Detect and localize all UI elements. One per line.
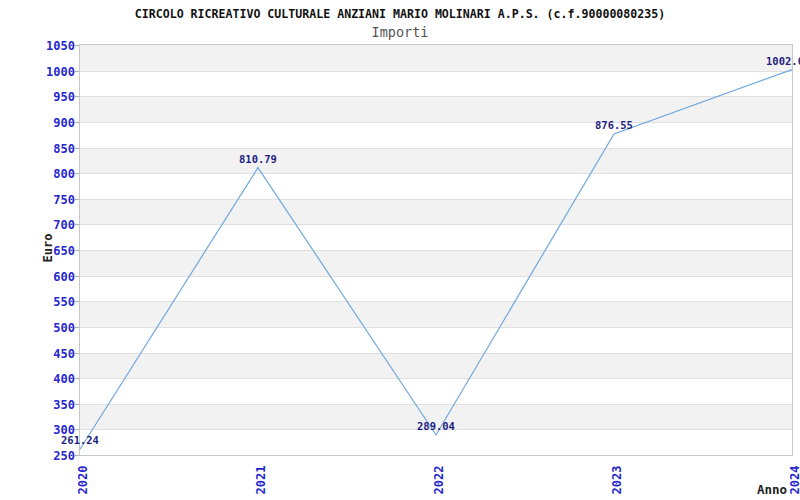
y-tick-label: 750 [28,193,75,207]
x-axis-title: Anno [757,482,787,497]
chart-title: CIRCOLO RICREATIVO CULTURALE ANZIANI MAR… [0,7,800,21]
y-tick-mark [75,327,79,328]
y-tick-label: 250 [28,449,75,463]
line-series [80,45,792,455]
x-tick-label: 2024 [788,466,800,495]
y-tick-label: 950 [28,90,75,104]
plot-area [79,44,793,456]
x-tick-label: 2023 [610,466,624,495]
y-tick-label: 700 [28,218,75,232]
y-tick-label: 500 [28,321,75,335]
x-tick-label: 2021 [254,466,268,495]
y-tick-label: 400 [28,372,75,386]
point-label: 1002.0 [766,55,800,68]
point-label: 810.79 [239,153,277,166]
point-label: 261.24 [61,434,99,447]
y-tick-mark [75,148,79,149]
y-tick-label: 1000 [28,65,75,79]
data-line [80,70,792,450]
y-tick-label: 600 [28,270,75,284]
y-tick-mark [75,96,79,97]
y-tick-mark [75,122,79,123]
point-label: 289.04 [417,420,455,433]
y-tick-label: 1050 [28,39,75,53]
y-tick-mark [75,378,79,379]
y-tick-mark [75,199,79,200]
y-tick-label: 850 [28,142,75,156]
y-tick-label: 900 [28,116,75,130]
x-tick-label: 2020 [76,466,90,495]
y-tick-mark [75,455,79,456]
y-tick-mark [75,45,79,46]
point-label: 876.55 [595,119,633,132]
chart: CIRCOLO RICREATIVO CULTURALE ANZIANI MAR… [0,0,800,500]
y-tick-mark [75,404,79,405]
x-tick-label: 2022 [432,466,446,495]
y-tick-label: 550 [28,295,75,309]
y-tick-label: 650 [28,244,75,258]
y-tick-label: 800 [28,167,75,181]
y-tick-mark [75,301,79,302]
y-tick-mark [75,250,79,251]
y-tick-mark [75,224,79,225]
y-tick-mark [75,429,79,430]
y-tick-label: 350 [28,398,75,412]
y-tick-label: 450 [28,347,75,361]
chart-subtitle: Importi [0,24,800,40]
y-tick-mark [75,276,79,277]
y-tick-mark [75,71,79,72]
y-tick-mark [75,173,79,174]
y-tick-mark [75,353,79,354]
